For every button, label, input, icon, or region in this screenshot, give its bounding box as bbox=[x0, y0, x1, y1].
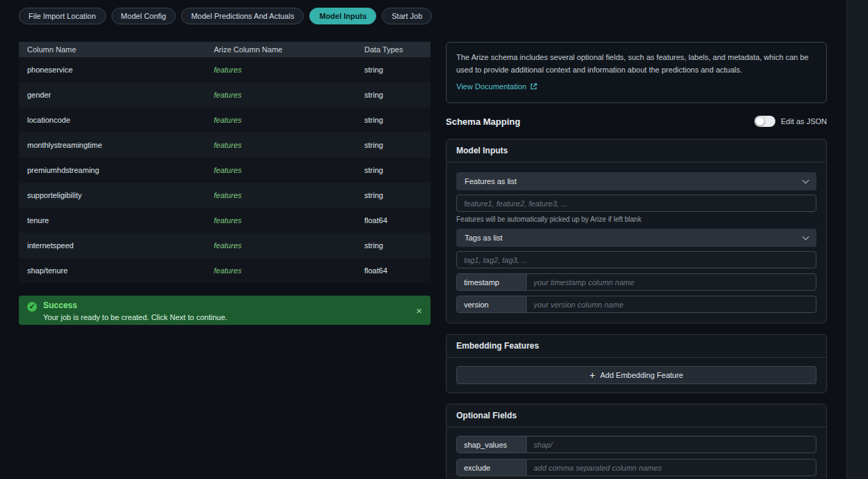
view-documentation-label: View Documentation bbox=[456, 82, 527, 91]
tags-mode-selected-value: Tags as list bbox=[465, 234, 502, 242]
cell-data-type: string bbox=[356, 191, 431, 199]
version-input[interactable] bbox=[527, 296, 816, 312]
features-helper-text: Features will be automatically picked up… bbox=[456, 215, 816, 223]
success-title: Success bbox=[43, 301, 227, 310]
scrollbar[interactable] bbox=[846, 0, 868, 479]
cell-column-name: tenure bbox=[19, 216, 206, 225]
add-embedding-feature-button[interactable]: + Add Embedding Feature bbox=[456, 366, 816, 384]
timestamp-input[interactable] bbox=[527, 274, 816, 290]
optional-fields-panel: Optional Fields shap_values exclude bbox=[446, 404, 827, 479]
add-embedding-feature-label: Add Embedding Feature bbox=[600, 371, 683, 379]
cell-arize-column-name: features bbox=[206, 266, 356, 275]
table-row[interactable]: shap/tenure features float64 bbox=[19, 258, 431, 283]
embedding-features-panel: Embedding Features + Add Embedding Featu… bbox=[446, 334, 827, 393]
shap-values-row: shap_values bbox=[456, 436, 816, 453]
table-header-row: Column Name Arize Column Name Data Types bbox=[19, 42, 431, 57]
chevron-down-icon bbox=[803, 233, 809, 240]
cell-arize-column-name: features bbox=[206, 166, 356, 174]
cell-arize-column-name: features bbox=[206, 91, 356, 99]
view-documentation-link[interactable]: View Documentation bbox=[456, 82, 537, 91]
plus-icon: + bbox=[589, 370, 595, 380]
table-row[interactable]: premiumhdstreaming features string bbox=[19, 158, 431, 183]
cell-data-type: string bbox=[356, 91, 431, 99]
cell-data-type: float64 bbox=[356, 266, 431, 275]
cell-column-name: supporteligibility bbox=[19, 191, 206, 199]
tags-mode-select[interactable]: Tags as list bbox=[456, 229, 816, 247]
schema-mapping-header-row: Schema Mapping Edit as JSON bbox=[446, 114, 827, 128]
table-row[interactable]: supporteligibility features string bbox=[19, 183, 431, 208]
timestamp-row: timestamp bbox=[456, 273, 816, 291]
model-inputs-body: Features as list Features will be automa… bbox=[447, 162, 826, 323]
cell-arize-column-name: features bbox=[206, 141, 356, 149]
tags-list-input[interactable] bbox=[456, 251, 816, 268]
tab-model-inputs[interactable]: Model Inputs bbox=[309, 8, 376, 24]
features-mode-selected-value: Features as list bbox=[465, 177, 517, 185]
schema-info-text: The Arize schema includes several option… bbox=[456, 52, 816, 76]
cell-data-type: string bbox=[356, 241, 431, 250]
table-row[interactable]: phoneservice features string bbox=[19, 57, 431, 82]
tab-model-config[interactable]: Model Config bbox=[111, 8, 176, 24]
optional-fields-title: Optional Fields bbox=[447, 404, 826, 427]
close-icon[interactable]: × bbox=[416, 305, 422, 316]
features-list-input[interactable] bbox=[456, 195, 816, 212]
cell-column-name: shap/tenure bbox=[19, 266, 206, 275]
embedding-features-body: + Add Embedding Feature bbox=[447, 358, 826, 393]
model-inputs-title: Model Inputs bbox=[447, 139, 826, 162]
cell-data-type: float64 bbox=[356, 216, 431, 225]
cell-column-name: internetspeed bbox=[19, 241, 206, 250]
edit-as-json-label: Edit as JSON bbox=[781, 117, 827, 126]
cell-column-name: monthlystreamingtime bbox=[19, 141, 206, 149]
cell-column-name: premiumhdstreaming bbox=[19, 166, 206, 174]
cell-column-name: locationcode bbox=[19, 116, 206, 124]
schema-info-box: The Arize schema includes several option… bbox=[446, 42, 827, 103]
header-data-types: Data Types bbox=[356, 45, 431, 54]
success-banner: ✓ Success Your job is ready to be create… bbox=[19, 296, 431, 325]
exclude-row: exclude bbox=[456, 459, 816, 476]
table-row[interactable]: internetspeed features string bbox=[19, 233, 431, 258]
table-row[interactable]: locationcode features string bbox=[19, 107, 431, 132]
table-row[interactable]: monthlystreamingtime features string bbox=[19, 132, 431, 158]
check-circle-icon: ✓ bbox=[27, 302, 37, 312]
exclude-input[interactable] bbox=[527, 459, 816, 476]
table-row[interactable]: tenure features float64 bbox=[19, 208, 431, 233]
cell-arize-column-name: features bbox=[206, 241, 356, 250]
cell-arize-column-name: features bbox=[206, 116, 356, 124]
external-link-icon bbox=[530, 83, 537, 90]
embedding-features-title: Embedding Features bbox=[447, 335, 826, 358]
cell-column-name: phoneservice bbox=[19, 66, 206, 74]
success-banner-text: Success Your job is ready to be created.… bbox=[43, 301, 227, 321]
toggle-knob-icon bbox=[756, 117, 764, 126]
column-mapping-table: Column Name Arize Column Name Data Types… bbox=[19, 42, 431, 283]
features-mode-select[interactable]: Features as list bbox=[456, 172, 816, 190]
cell-arize-column-name: features bbox=[206, 66, 356, 74]
model-inputs-panel: Model Inputs Features as list Features w… bbox=[446, 139, 827, 324]
success-message: Your job is ready to be created. Click N… bbox=[43, 313, 227, 321]
tab-start-job[interactable]: Start Job bbox=[382, 8, 432, 24]
header-arize-column-name: Arize Column Name bbox=[206, 45, 356, 54]
cell-data-type: string bbox=[356, 141, 431, 149]
chevron-down-icon bbox=[803, 176, 809, 183]
optional-fields-body: shap_values exclude bbox=[447, 427, 826, 479]
cell-data-type: string bbox=[356, 66, 431, 74]
edit-as-json-toggle[interactable] bbox=[754, 116, 775, 127]
cell-column-name: gender bbox=[19, 91, 206, 99]
exclude-label: exclude bbox=[457, 459, 527, 476]
cell-arize-column-name: features bbox=[206, 216, 356, 225]
edit-as-json-control: Edit as JSON bbox=[754, 116, 827, 127]
tab-file-import-location[interactable]: File Import Location bbox=[19, 8, 106, 24]
schema-mapping-title: Schema Mapping bbox=[446, 116, 520, 127]
version-row: version bbox=[456, 296, 816, 313]
shap-values-label: shap_values bbox=[457, 436, 527, 453]
schema-mapping-column: The Arize schema includes several option… bbox=[446, 42, 827, 479]
wizard-tab-bar: File Import Location Model Config Model … bbox=[19, 8, 432, 24]
cell-data-type: string bbox=[356, 166, 431, 174]
version-label: version bbox=[457, 296, 527, 312]
cell-arize-column-name: features bbox=[206, 191, 356, 199]
shap-values-input[interactable] bbox=[527, 436, 816, 453]
table-row[interactable]: gender features string bbox=[19, 82, 431, 107]
timestamp-label: timestamp bbox=[457, 274, 527, 290]
cell-data-type: string bbox=[356, 116, 431, 124]
header-column-name: Column Name bbox=[19, 45, 206, 54]
tab-model-predictions-and-actuals[interactable]: Model Predictions And Actuals bbox=[181, 8, 304, 24]
